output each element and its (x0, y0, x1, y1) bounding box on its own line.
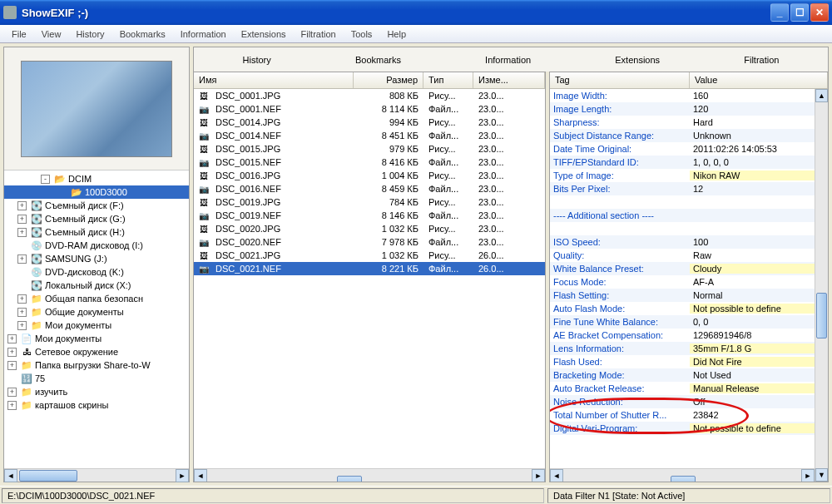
tree-item[interactable]: -DCIM (4, 172, 189, 185)
exif-row[interactable]: AE Bracket Compensation:1296891946/8 (550, 329, 815, 342)
file-row[interactable]: DSC_0021.NEF8 221 КБФайл...26.0... (194, 262, 545, 275)
tree-item[interactable]: +Съемный диск (H:) (4, 225, 189, 239)
filelist-h-scrollbar[interactable]: ◄ ► (194, 468, 545, 482)
scroll-right-icon[interactable]: ► (532, 469, 545, 482)
maximize-button[interactable]: ☐ (790, 3, 809, 22)
exif-row[interactable]: Sharpness:Hard (550, 116, 815, 129)
menu-filtration[interactable]: Filtration (295, 27, 343, 41)
tree-item[interactable]: Локальный диск (X:) (4, 279, 189, 292)
tree-expand-icon[interactable]: + (17, 201, 27, 210)
file-row[interactable]: DSC_0021.JPG1 032 КБРису...26.0... (194, 249, 545, 262)
file-row[interactable]: DSC_0020.JPG1 032 КБРису...23.0... (194, 222, 545, 235)
file-row[interactable]: DSC_0019.NEF8 146 КБФайл...23.0... (194, 209, 545, 222)
scroll-left-icon[interactable]: ◄ (194, 469, 207, 482)
file-row[interactable]: DSC_0014.NEF8 451 КБФайл...23.0... (194, 129, 545, 142)
exif-row[interactable]: TIFF/EPStandard ID:1, 0, 0, 0 (550, 156, 815, 169)
exif-row[interactable]: Subject Distance Range:Unknown (550, 129, 815, 142)
menu-view[interactable]: View (35, 27, 68, 41)
file-list-header[interactable]: Имя Размер Тип Изме... (194, 72, 545, 89)
tree-expand-icon[interactable]: + (17, 294, 27, 304)
tab-filtration[interactable]: Filtration (729, 52, 794, 68)
file-row[interactable]: DSC_0016.NEF8 459 КБФайл...23.0... (194, 182, 545, 195)
menu-history[interactable]: History (69, 27, 111, 41)
tree-item[interactable]: +SAMSUNG (J:) (4, 252, 189, 265)
scroll-thumb[interactable] (816, 293, 827, 338)
scroll-left-icon[interactable]: ◄ (4, 469, 17, 482)
tree-item[interactable]: 75 (4, 372, 189, 385)
col-tag[interactable]: Tag (550, 72, 690, 88)
exif-row[interactable]: Flash Used:Did Not Fire (550, 355, 815, 368)
col-name[interactable]: Имя (194, 72, 354, 88)
exif-row[interactable]: Noise Reduction:Off (550, 395, 815, 408)
tree-item[interactable]: +Съемный диск (F:) (4, 199, 189, 212)
exif-row[interactable]: Focus Mode:AF-A (550, 275, 815, 289)
exif-row[interactable]: White Balance Preset:Cloudy (550, 262, 815, 275)
scroll-down-icon[interactable]: ▼ (815, 468, 828, 482)
col-value[interactable]: Value (690, 72, 828, 88)
exif-row[interactable]: Fine Tune White Balance:0, 0 (550, 315, 815, 329)
exif-row[interactable]: Quality:Raw (550, 249, 815, 262)
exif-row[interactable]: Total Number of Shutter R...23842 (550, 408, 815, 422)
minimize-button[interactable]: _ (770, 3, 789, 22)
tab-history[interactable]: History (228, 52, 286, 68)
menu-tools[interactable]: Tools (344, 27, 379, 41)
scroll-up-icon[interactable]: ▲ (815, 89, 828, 102)
tab-extensions[interactable]: Extensions (600, 52, 675, 68)
exif-row[interactable]: Image Width:160 (550, 89, 815, 102)
tree-expand-icon[interactable]: - (41, 175, 50, 184)
tree-expand-icon[interactable]: + (17, 228, 27, 237)
col-modified[interactable]: Изме... (473, 72, 545, 88)
tree-expand-icon[interactable]: + (7, 334, 17, 343)
exif-row[interactable]: Type of Image:Nikon RAW (550, 169, 815, 182)
tree-expand-icon[interactable]: + (7, 388, 17, 397)
tree-item[interactable]: +Папка выгрузки Share-to-W (4, 358, 189, 372)
scroll-right-icon[interactable]: ► (176, 469, 189, 482)
tree-item[interactable]: +Общие документы (4, 305, 189, 319)
tree-expand-icon[interactable]: + (7, 361, 17, 370)
window-titlebar[interactable]: ShowEXIF ;-) _ ☐ ✕ (0, 0, 832, 25)
col-type[interactable]: Тип (423, 72, 473, 88)
exif-row[interactable]: ISO Speed:100 (550, 235, 815, 249)
tree-item[interactable]: DVD-дисковод (K:) (4, 265, 189, 279)
menu-help[interactable]: Help (380, 27, 413, 41)
menu-extensions[interactable]: Extensions (235, 27, 293, 41)
exif-row[interactable]: Digital Vari-Program:Not possible to def… (550, 422, 815, 435)
exif-row[interactable]: ---- Additional section ---- (550, 209, 815, 222)
file-row[interactable]: DSC_0019.JPG784 КБРису...23.0... (194, 195, 545, 209)
scroll-thumb[interactable] (337, 476, 362, 482)
tree-item[interactable]: +Сетевое окружение (4, 345, 189, 358)
file-row[interactable]: DSC_0016.JPG1 004 КБРису...23.0... (194, 169, 545, 182)
exif-header[interactable]: Tag Value (550, 72, 828, 89)
exif-row[interactable]: Image Length:120 (550, 102, 815, 116)
tree-item[interactable]: +Съемный диск (G:) (4, 212, 189, 225)
close-button[interactable]: ✕ (810, 3, 829, 22)
tree-item[interactable]: +Общая папка безопасн (4, 292, 189, 305)
tree-h-scrollbar[interactable]: ◄ ► (4, 468, 189, 482)
tree-expand-icon[interactable]: + (17, 308, 27, 317)
scroll-right-icon[interactable]: ► (801, 469, 815, 482)
scroll-left-icon[interactable]: ◄ (550, 469, 563, 482)
exif-row[interactable]: Auto Flash Mode:Not possible to define (550, 302, 815, 315)
tree-expand-icon[interactable]: + (17, 321, 27, 330)
file-row[interactable]: DSC_0020.NEF7 978 КБФайл...23.0... (194, 235, 545, 249)
tree-item[interactable]: +Мои документы (4, 319, 189, 332)
tree-expand-icon[interactable]: + (7, 401, 17, 410)
file-row[interactable]: DSC_0015.JPG979 КБРису...23.0... (194, 142, 545, 156)
tree-expand-icon[interactable]: + (17, 254, 27, 264)
tree-item[interactable]: 100D3000 (4, 185, 189, 199)
file-row[interactable]: DSC_0015.NEF8 416 КБФайл...23.0... (194, 156, 545, 169)
exif-row[interactable]: Flash Setting:Normal (550, 289, 815, 302)
tab-bookmarks[interactable]: Bookmarks (340, 52, 416, 68)
tree-expand-icon[interactable]: + (17, 215, 27, 224)
file-row[interactable]: DSC_0001.JPG808 КБРису...23.0... (194, 89, 545, 102)
tree-item[interactable]: +Мои документы (4, 332, 189, 345)
menu-bookmarks[interactable]: Bookmarks (113, 27, 172, 41)
tree-expand-icon[interactable]: + (7, 348, 17, 357)
exif-v-scrollbar[interactable]: ▲ ▼ (815, 89, 828, 482)
scroll-thumb[interactable] (19, 470, 77, 482)
exif-h-scrollbar[interactable]: ◄ ► (550, 468, 815, 482)
tab-information[interactable]: Information (470, 52, 546, 68)
exif-row[interactable] (550, 222, 815, 235)
exif-list-body[interactable]: Image Width:160Image Length:120Sharpness… (550, 89, 815, 468)
exif-row[interactable]: Bits Per Pixel:12 (550, 182, 815, 195)
